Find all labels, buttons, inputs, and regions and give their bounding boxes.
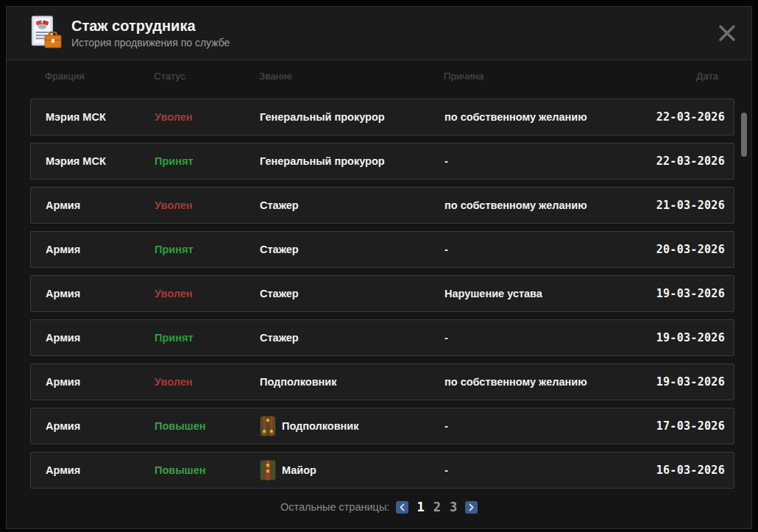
row-status-badge: Повышен	[155, 464, 260, 476]
chevron-left-icon[interactable]	[396, 501, 408, 514]
table-row: Армия Принят Стажер - 19-03-2026	[30, 319, 734, 356]
row-status-badge: Повышен	[155, 420, 260, 432]
row-rank-label: Стажер	[260, 199, 299, 211]
table-row: Армия Уволен Подполковник по собственном…	[30, 363, 734, 400]
modal-titles: Стаж сотрудника История продвижения по с…	[71, 18, 230, 49]
row-faction: Мэрия МСК	[46, 155, 155, 167]
row-rank: Майор	[260, 460, 444, 480]
row-date: 17-03-2026	[638, 419, 725, 433]
table-row: Армия Повышен Подполковник - 17-03-2026	[30, 408, 734, 444]
table-row: Армия Уволен Стажер по собственному жела…	[30, 187, 734, 224]
row-rank-label: Генеральный прокурор	[260, 111, 385, 123]
page-number-1[interactable]: 1	[415, 500, 425, 514]
row-status-badge: Уволен	[155, 376, 260, 388]
table-row: Мэрия МСК Уволен Генеральный прокурор по…	[30, 99, 734, 135]
row-rank-label: Стажер	[260, 332, 299, 344]
row-status-badge: Уволен	[155, 111, 260, 123]
row-date: 21-03-2026	[638, 199, 725, 212]
row-date: 20-03-2026	[638, 243, 725, 256]
row-rank-label: Стажер	[260, 244, 299, 255]
row-reason: -	[444, 332, 638, 344]
row-rank: Генеральный прокурор	[260, 155, 444, 167]
pagination: Остальные страницы: 123	[7, 500, 751, 514]
pagination-label: Остальные страницы:	[280, 501, 390, 513]
row-rank: Стажер	[260, 199, 444, 211]
row-rank: Генеральный прокурор	[260, 111, 444, 123]
row-date: 19-03-2026	[638, 331, 725, 344]
table-column-headers: Фракция Статус Звание Причина Дата	[30, 60, 727, 89]
epaulette-major-icon	[260, 460, 276, 480]
row-rank-label: Генеральный прокурор	[260, 155, 385, 167]
row-rank: Стажер	[260, 288, 444, 299]
row-status-badge: Уволен	[155, 288, 260, 299]
row-reason: по собственному желанию	[444, 199, 638, 211]
row-faction: Армия	[46, 420, 155, 432]
row-faction: Армия	[46, 376, 155, 388]
row-faction: Армия	[46, 244, 155, 255]
table-row: Армия Повышен Майор - 16-03-2026	[30, 452, 734, 489]
row-rank-label: Подполковник	[282, 420, 359, 432]
row-rank-label: Подполковник	[260, 376, 337, 388]
row-status-badge: Уволен	[155, 199, 260, 211]
row-status-badge: Принят	[155, 244, 260, 255]
chevron-right-icon[interactable]	[465, 501, 478, 514]
row-date: 22-03-2026	[638, 155, 725, 168]
row-reason: по собственному желанию	[444, 376, 638, 388]
row-faction: Армия	[46, 288, 155, 299]
row-faction: Армия	[46, 464, 155, 476]
table-rows: Мэрия МСК Уволен Генеральный прокурор по…	[30, 99, 734, 489]
row-status-badge: Принят	[155, 155, 260, 167]
page-title: Стаж сотрудника	[71, 18, 230, 35]
page-number-2[interactable]: 2	[432, 500, 442, 514]
row-reason: -	[444, 244, 638, 255]
table-row: Мэрия МСК Принят Генеральный прокурор - …	[30, 143, 734, 180]
row-reason: Нарушение устава	[444, 288, 638, 299]
column-header-date: Дата	[631, 71, 718, 82]
row-date: 16-03-2026	[638, 464, 725, 477]
row-reason: -	[444, 464, 638, 476]
pagination-pages: 123	[415, 500, 458, 514]
epaulette-lt-colonel-icon	[260, 416, 276, 436]
close-icon[interactable]	[716, 22, 738, 44]
modal-header: Стаж сотрудника История продвижения по с…	[7, 7, 751, 60]
table-row: Армия Принят Стажер - 20-03-2026	[30, 231, 734, 268]
row-rank: Стажер	[260, 244, 444, 255]
scrollbar-thumb[interactable]	[741, 113, 747, 157]
page-number-3[interactable]: 3	[448, 500, 458, 514]
column-header-rank: Звание	[259, 71, 444, 82]
row-rank: Подполковник	[260, 376, 444, 388]
row-rank-label: Майор	[282, 464, 316, 476]
column-header-status: Статус	[154, 71, 259, 82]
row-faction: Мэрия МСК	[46, 111, 155, 123]
row-reason: по собственному желанию	[444, 111, 638, 123]
row-date: 19-03-2026	[638, 375, 725, 389]
column-header-faction: Фракция	[45, 71, 154, 82]
row-status-badge: Принят	[155, 332, 260, 344]
row-faction: Армия	[46, 199, 155, 211]
row-reason: -	[444, 155, 638, 167]
row-date: 19-03-2026	[638, 287, 725, 300]
document-briefcase-icon	[26, 14, 63, 52]
employee-record-modal: Стаж сотрудника История продвижения по с…	[6, 6, 752, 529]
column-header-reason: Причина	[444, 71, 631, 82]
page-subtitle: История продвижения по службе	[71, 37, 230, 49]
row-reason: -	[444, 420, 638, 432]
row-rank: Стажер	[260, 332, 444, 344]
table-row: Армия Уволен Стажер Нарушение устава 19-…	[30, 275, 734, 312]
row-faction: Армия	[46, 332, 155, 344]
row-rank: Подполковник	[260, 416, 444, 436]
row-rank-label: Стажер	[260, 288, 299, 299]
row-date: 22-03-2026	[638, 110, 725, 124]
